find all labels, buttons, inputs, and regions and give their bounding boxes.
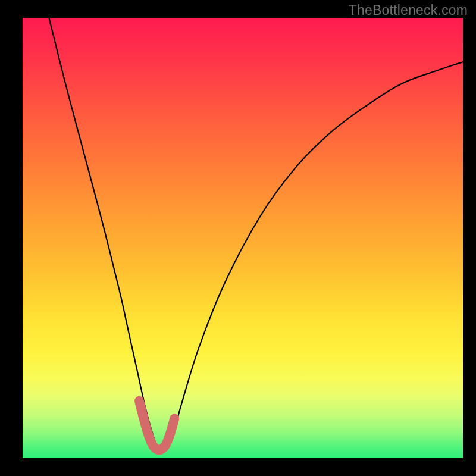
highlight-segment (139, 401, 174, 450)
chart-frame: TheBottleneck.com (0, 0, 476, 476)
curve-svg (23, 18, 463, 458)
plot-area (23, 18, 463, 458)
bottleneck-curve (49, 18, 463, 451)
watermark-text: TheBottleneck.com (349, 2, 468, 18)
